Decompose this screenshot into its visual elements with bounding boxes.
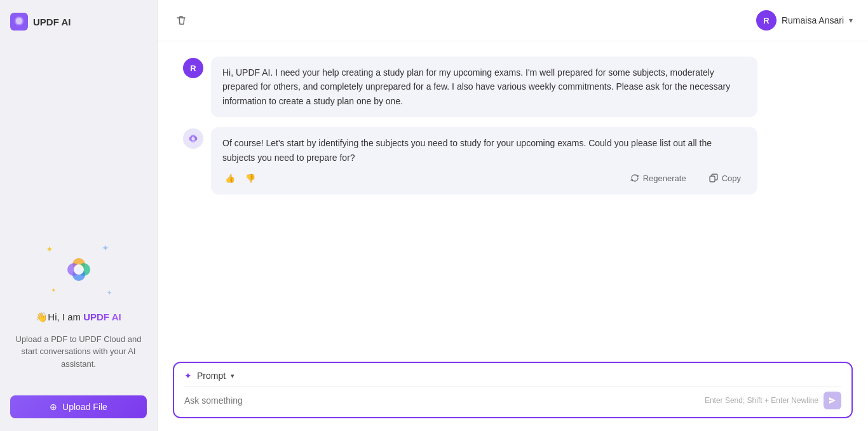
copy-icon: [709, 174, 718, 182]
main-panel: R Rumaisa Ansari ▾ R Hi, UPDF AI. I need…: [158, 0, 868, 431]
send-button[interactable]: [824, 392, 841, 409]
user-message-bubble: Hi, UPDF AI. I need your help creating a…: [211, 57, 757, 117]
message-user: R Hi, UPDF AI. I need your help creating…: [183, 57, 843, 117]
prompt-spark-icon: ✦: [184, 371, 192, 381]
prompt-dropdown-icon[interactable]: ▾: [231, 372, 234, 380]
updf-logo-icon: [10, 13, 28, 31]
chat-area: R Hi, UPDF AI. I need your help creating…: [158, 41, 868, 354]
chat-text-input[interactable]: [184, 395, 705, 406]
upload-plus-icon: ⊕: [50, 402, 57, 412]
input-hint-text: Enter Send; Shift + Enter Newline: [705, 396, 818, 405]
trash-icon: [175, 15, 187, 26]
svg-rect-11: [710, 176, 715, 182]
prompt-label: Prompt: [197, 371, 226, 381]
user-menu[interactable]: R Rumaisa Ansari ▾: [756, 10, 853, 31]
user-avatar: R: [756, 10, 776, 31]
updf-ai-avatar-icon: [187, 133, 199, 144]
copy-label: Copy: [722, 174, 741, 183]
response-actions: Regenerate Copy: [625, 171, 746, 186]
ai-message-bubble: Of course! Let's start by identifying th…: [211, 127, 757, 195]
greeting: 👋Hi, I am UPDF AI: [36, 311, 121, 323]
sparkle-icon-br: ✦: [107, 289, 112, 296]
upload-file-button[interactable]: ⊕ Upload File: [10, 395, 147, 418]
input-area: ✦ Prompt ▾ Enter Send; Shift + Enter New…: [158, 354, 868, 431]
user-message-avatar: R: [183, 58, 203, 78]
chevron-down-icon: ▾: [849, 16, 853, 25]
delete-conversation-button[interactable]: [173, 12, 189, 29]
regenerate-button[interactable]: Regenerate: [625, 171, 691, 186]
copy-button[interactable]: Copy: [704, 171, 746, 186]
regenerate-label: Regenerate: [643, 174, 686, 183]
chat-input-box: ✦ Prompt ▾ Enter Send; Shift + Enter New…: [173, 362, 853, 418]
topbar: R Rumaisa Ansari ▾: [158, 0, 868, 41]
ai-message-text: Of course! Let's start by identifying th…: [222, 136, 746, 165]
sidebar: UPDF AI ✦ ✦ ✦ ✦ 👋Hi, I am UPDF AI Upload…: [0, 0, 158, 431]
regenerate-icon: [630, 174, 639, 182]
sidebar-hero: ✦ ✦ ✦ ✦ 👋Hi, I am UPDF AI Upload a PDF t…: [15, 238, 142, 371]
message-ai: Of course! Let's start by identifying th…: [183, 127, 843, 195]
sparkle-icon-bl: ✦: [51, 287, 56, 294]
svg-point-5: [74, 264, 84, 275]
sidebar-header: UPDF AI: [10, 13, 147, 31]
ai-message-avatar: [183, 128, 203, 149]
sparkle-icon-tr: ✦: [102, 243, 109, 253]
topbar-left: [173, 12, 189, 29]
sparkle-icon-tl: ✦: [46, 244, 53, 254]
sidebar-description: Upload a PDF to UPDF Cloud and start con…: [15, 333, 142, 371]
feedback-actions: 👍 👎: [222, 171, 258, 186]
sparkle-area: ✦ ✦ ✦ ✦: [41, 238, 117, 301]
send-icon: [828, 396, 837, 405]
thumbs-down-button[interactable]: 👎: [243, 171, 258, 186]
user-name: Rumaisa Ansari: [782, 15, 844, 25]
message-actions: 👍 👎: [222, 171, 746, 186]
user-message-text: Hi, UPDF AI. I need your help creating a…: [222, 65, 746, 108]
upload-label: Upload File: [62, 402, 107, 412]
thumbs-up-button[interactable]: 👍: [222, 171, 238, 186]
app-title: UPDF AI: [33, 17, 71, 27]
main-logo-icon: [61, 252, 97, 287]
input-top-bar: ✦ Prompt ▾: [184, 371, 841, 387]
thumbs-down-icon: 👎: [245, 174, 255, 183]
input-bottom-bar: Enter Send; Shift + Enter Newline: [184, 392, 841, 409]
svg-point-10: [191, 137, 194, 140]
thumbs-up-icon: 👍: [225, 174, 235, 183]
brand-name: UPDF AI: [83, 311, 121, 322]
